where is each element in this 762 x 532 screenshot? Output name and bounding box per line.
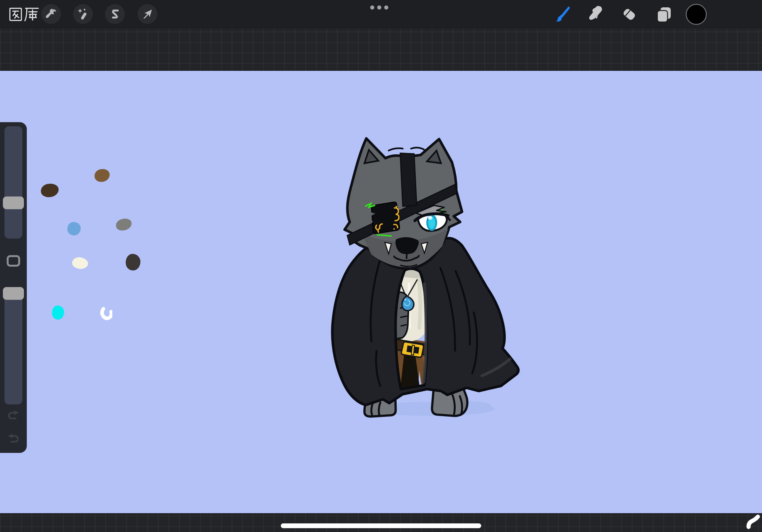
layers-icon <box>653 4 674 25</box>
eyepatch-strap-vertical <box>400 153 417 206</box>
smudge-finger-icon <box>586 4 606 25</box>
paintbrush-icon <box>552 4 573 25</box>
brush-size-slider[interactable] <box>4 126 22 238</box>
gallery-button[interactable] <box>9 5 39 24</box>
wrench-icon <box>45 8 57 20</box>
modify-button[interactable] <box>7 255 20 267</box>
transform-arrow-icon <box>141 8 153 20</box>
paint-swatch-cream <box>71 256 89 270</box>
paint-swatch-brown <box>93 167 111 183</box>
home-indicator[interactable] <box>281 523 481 528</box>
brush-sidebar <box>0 122 27 453</box>
paint-swatch-cyan <box>52 305 64 320</box>
selection-s-icon <box>109 8 121 20</box>
redo-icon <box>6 431 21 445</box>
actions-button[interactable] <box>41 4 61 24</box>
eraser-icon <box>619 4 640 25</box>
layers-button[interactable] <box>652 3 675 26</box>
transform-button[interactable] <box>137 4 157 24</box>
opacity-slider[interactable] <box>4 287 22 404</box>
adjustments-button[interactable] <box>73 4 93 24</box>
paint-swatch-white-hook <box>100 306 112 320</box>
paint-swatch-gray <box>114 217 133 232</box>
top-toolbar <box>0 0 762 29</box>
paint-tool-button[interactable] <box>551 3 574 26</box>
stray-paint-stroke <box>745 514 761 531</box>
paint-swatch-light-blue <box>67 222 81 235</box>
erase-tool-button[interactable] <box>618 3 641 26</box>
undo-icon <box>6 408 21 421</box>
redo-button[interactable] <box>4 431 22 445</box>
dot-icon <box>384 5 388 10</box>
paint-swatch-dark-brown <box>40 182 59 198</box>
canvas-menu-dots[interactable] <box>370 5 388 10</box>
color-button[interactable] <box>685 3 708 26</box>
brush-size-handle[interactable] <box>3 196 24 209</box>
undo-button[interactable] <box>4 408 22 422</box>
wolf-pirate-artwork <box>329 134 526 421</box>
paint-swatch-dark-gray <box>126 254 140 270</box>
procreate-workspace: { "workspace": { "background": "#232427"… <box>0 0 762 532</box>
color-disc-icon <box>686 4 707 25</box>
magic-wand-icon <box>77 8 89 20</box>
dot-icon <box>370 5 374 10</box>
opacity-handle[interactable] <box>3 287 24 300</box>
smudge-tool-button[interactable] <box>585 3 607 26</box>
gallery-label-glyphs <box>9 6 39 23</box>
selection-button[interactable] <box>105 4 125 24</box>
dot-icon <box>377 5 381 10</box>
eyepatch <box>371 202 400 234</box>
